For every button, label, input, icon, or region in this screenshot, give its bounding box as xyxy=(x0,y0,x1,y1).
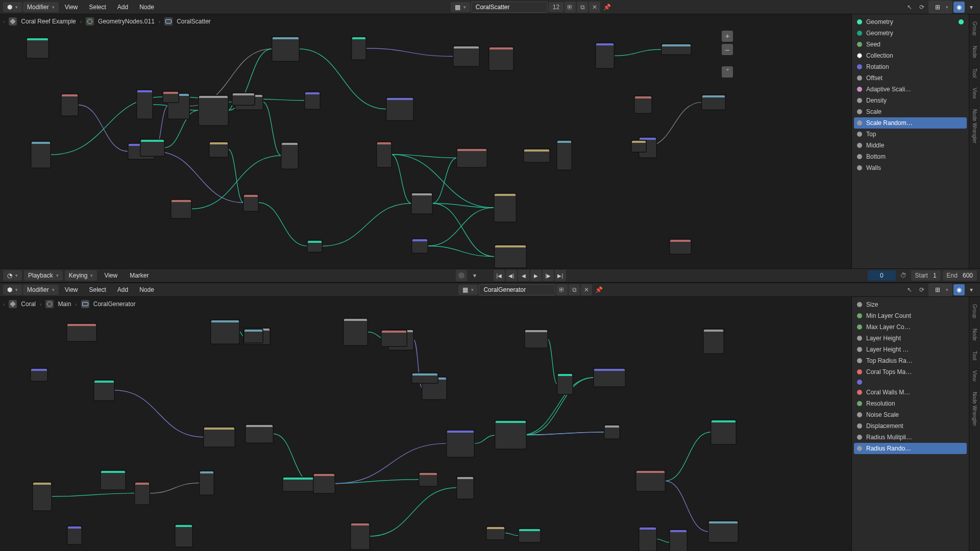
socket-row[interactable]: Offset xyxy=(854,72,967,84)
autokey-dropdown[interactable]: ▾ xyxy=(469,270,480,281)
add-socket-button[interactable]: ＋ xyxy=(722,31,733,42)
node[interactable] xyxy=(639,527,656,551)
socket-row[interactable]: Seed xyxy=(854,39,967,50)
node[interactable] xyxy=(411,193,432,214)
node[interactable] xyxy=(281,142,298,169)
timeline-view-menu[interactable]: View xyxy=(99,270,122,281)
node[interactable] xyxy=(634,96,652,113)
node[interactable] xyxy=(27,38,49,58)
node[interactable] xyxy=(135,482,150,505)
parent-tree-icon[interactable]: ↖ xyxy=(904,2,915,13)
sidebar-tab[interactable]: Group xyxy=(972,19,977,38)
node[interactable] xyxy=(711,420,736,444)
socket-row[interactable]: Walls xyxy=(854,162,967,173)
menu-add[interactable]: Add xyxy=(112,284,133,295)
socket-row[interactable]: Size xyxy=(854,299,967,310)
node[interactable] xyxy=(272,37,299,61)
node[interactable] xyxy=(457,477,474,499)
node[interactable] xyxy=(594,368,625,387)
tree-browse-dropdown[interactable]: ▦ xyxy=(451,2,470,12)
socket-row[interactable]: Resolution xyxy=(854,398,967,409)
nodetree-name-field[interactable]: CoralGenerator xyxy=(479,284,555,295)
refresh-icon[interactable]: ⟳ xyxy=(916,284,927,295)
unlink-tree-icon[interactable]: ✕ xyxy=(581,284,592,295)
node[interactable] xyxy=(101,470,125,490)
node[interactable] xyxy=(307,240,322,252)
duplicate-tree-icon[interactable]: ⧉ xyxy=(569,284,580,295)
socket-row[interactable]: Middle xyxy=(854,140,967,151)
socket-row[interactable]: Max Layer Co… xyxy=(854,321,967,333)
menu-select[interactable]: Select xyxy=(84,284,111,295)
node[interactable] xyxy=(140,139,164,156)
menu-view[interactable]: View xyxy=(60,284,83,295)
menu-add[interactable]: Add xyxy=(112,2,133,13)
node[interactable] xyxy=(175,524,192,547)
remove-socket-button[interactable]: – xyxy=(722,44,733,55)
breadcrumb-item[interactable]: GeometryNodes.011 xyxy=(98,18,155,25)
node[interactable] xyxy=(243,194,258,211)
socket-row[interactable]: Scale xyxy=(854,106,967,117)
node[interactable] xyxy=(61,94,79,115)
node[interactable] xyxy=(702,95,725,110)
next-keyframe-icon[interactable]: |▶ xyxy=(543,270,554,281)
node[interactable] xyxy=(33,482,52,511)
socket-row[interactable] xyxy=(854,378,967,387)
node[interactable] xyxy=(524,149,550,162)
fake-user-icon[interactable]: ⛨ xyxy=(556,284,568,295)
node[interactable] xyxy=(419,472,437,486)
breadcrumb-item[interactable]: Coral xyxy=(21,300,36,308)
tree-browse-dropdown[interactable]: ▦ xyxy=(458,285,478,295)
node[interactable] xyxy=(209,142,228,157)
node[interactable] xyxy=(631,140,646,152)
node-graph-2[interactable]: › Coral › Main › CoralGenerator xyxy=(0,297,851,551)
node[interactable] xyxy=(525,330,548,348)
autokey-toggle[interactable] xyxy=(456,270,467,281)
node[interactable] xyxy=(670,239,691,254)
parent-tree-icon[interactable]: ↖ xyxy=(904,284,915,295)
socket-row[interactable]: Geometry xyxy=(854,16,967,28)
socket-row[interactable]: Collection xyxy=(854,50,967,61)
snap-dropdown[interactable]: ⊞ xyxy=(928,1,952,14)
timeline-editor-dropdown[interactable]: ◔ xyxy=(3,270,22,281)
breadcrumb-item[interactable]: Main xyxy=(58,300,71,308)
sidebar-tab[interactable]: View xyxy=(972,368,977,384)
socket-row[interactable]: Coral Walls M… xyxy=(854,387,967,398)
node[interactable] xyxy=(494,193,517,221)
node[interactable] xyxy=(200,471,214,495)
node[interactable] xyxy=(344,318,368,346)
node[interactable] xyxy=(204,427,235,447)
socket-row[interactable]: Displacement xyxy=(854,420,967,432)
timeline-marker-menu[interactable]: Marker xyxy=(125,270,154,281)
end-frame-field[interactable]: End600 xyxy=(943,270,977,281)
socket-row[interactable]: Layer Height xyxy=(854,333,967,344)
socket-row[interactable]: Adaptive Scali… xyxy=(854,84,967,95)
editor-type-dropdown[interactable]: ⬢ xyxy=(3,285,22,295)
sidebar-tab[interactable]: Group xyxy=(972,302,977,320)
sidebar-tab[interactable]: Node xyxy=(972,327,977,343)
node[interactable] xyxy=(283,477,314,491)
play-reverse-icon[interactable]: ◀ xyxy=(518,270,529,281)
node[interactable] xyxy=(412,239,427,253)
overlay-toggle[interactable]: ◉ xyxy=(953,284,965,295)
start-frame-field[interactable]: Start1 xyxy=(911,270,941,281)
menu-node[interactable]: Node xyxy=(134,2,159,13)
sidebar-tab[interactable]: View xyxy=(972,86,977,101)
node[interactable] xyxy=(31,141,51,167)
breadcrumb-item[interactable]: Coral Reef Example xyxy=(21,18,76,25)
breadcrumb-item[interactable]: CoralGenerator xyxy=(93,300,136,308)
node[interactable] xyxy=(137,90,153,119)
sidebar-tab[interactable]: Node Wrangler xyxy=(972,390,977,428)
node[interactable] xyxy=(447,430,474,457)
node[interactable] xyxy=(377,142,391,167)
socket-row[interactable]: Noise Scale xyxy=(854,409,967,420)
socket-row[interactable]: Top Radius Ra… xyxy=(854,355,967,366)
node[interactable] xyxy=(662,44,691,55)
node[interactable] xyxy=(453,46,479,66)
socket-row[interactable]: Radius Rando… xyxy=(854,443,967,454)
socket-row[interactable]: Coral Tops Ma… xyxy=(854,366,967,378)
duplicate-tree-icon[interactable]: ⧉ xyxy=(577,2,588,13)
node[interactable] xyxy=(519,529,541,542)
node[interactable] xyxy=(381,330,407,346)
node[interactable] xyxy=(163,91,179,103)
node[interactable] xyxy=(232,93,254,105)
